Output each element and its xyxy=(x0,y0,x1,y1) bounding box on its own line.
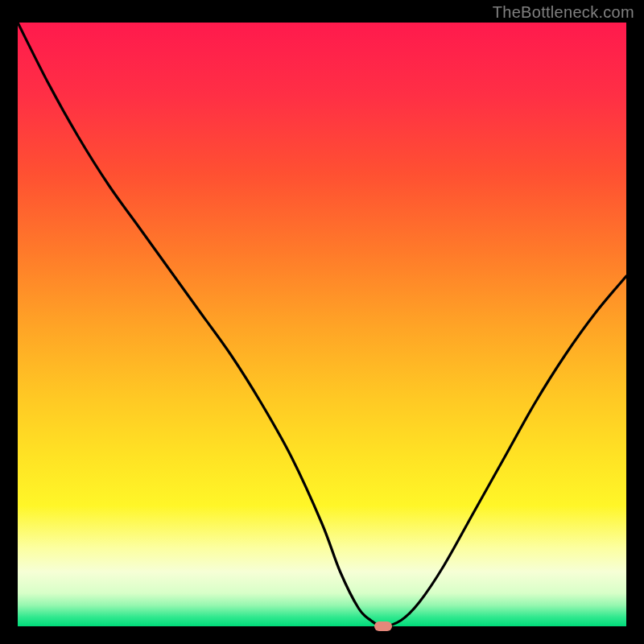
chart-frame: TheBottleneck.com xyxy=(0,0,644,644)
optimal-point-marker xyxy=(374,621,392,631)
bottleneck-curve xyxy=(18,23,626,626)
watermark-text: TheBottleneck.com xyxy=(493,3,634,22)
curve-layer xyxy=(18,23,626,626)
plot-area xyxy=(18,23,626,626)
